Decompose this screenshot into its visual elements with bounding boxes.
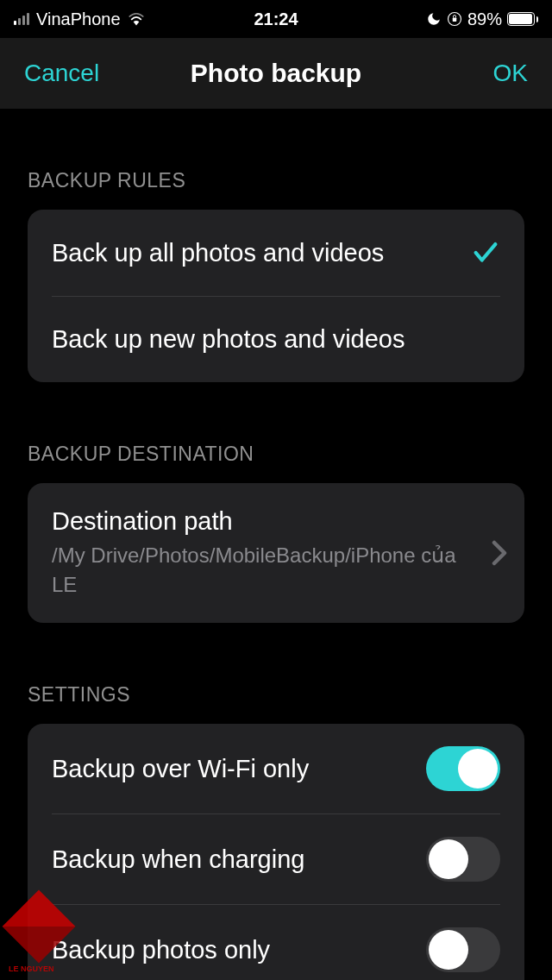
wifi-icon	[128, 12, 145, 26]
toggle-wifi-only[interactable]	[426, 746, 500, 791]
section-header-rules: BACKUP RULES	[28, 169, 524, 192]
setting-photos-only-label: Backup photos only	[52, 936, 270, 964]
check-icon	[471, 238, 500, 267]
ok-button[interactable]: OK	[493, 60, 528, 87]
setting-charging: Backup when charging	[52, 814, 500, 904]
battery-icon	[507, 12, 538, 26]
status-bar: VinaPhone 21:24 89%	[0, 0, 552, 38]
toggle-photos-only[interactable]	[426, 927, 500, 972]
destination-card: Destination path /My Drive/Photos/Mobile…	[28, 483, 524, 623]
rule-option-all-label: Back up all photos and videos	[52, 239, 384, 267]
settings-card: Backup over Wi-Fi only Backup when charg…	[28, 724, 524, 980]
carrier-label: VinaPhone	[36, 9, 121, 29]
nav-bar: Cancel Photo backup OK	[0, 38, 552, 109]
backup-rules-card: Back up all photos and videos Back up ne…	[28, 210, 524, 382]
rule-option-all[interactable]: Back up all photos and videos	[28, 210, 524, 296]
destination-title: Destination path	[52, 507, 233, 536]
battery-percent: 89%	[467, 9, 502, 29]
setting-wifi-only-label: Backup over Wi-Fi only	[52, 755, 309, 783]
rule-option-new[interactable]: Back up new photos and videos	[52, 296, 500, 382]
status-right: 89%	[426, 9, 538, 29]
setting-photos-only: Backup photos only	[52, 904, 500, 980]
setting-charging-label: Backup when charging	[52, 845, 304, 874]
cancel-button[interactable]: Cancel	[24, 60, 99, 87]
lock-rotation-icon	[447, 11, 462, 27]
rule-option-new-label: Back up new photos and videos	[52, 325, 405, 354]
page-title: Photo backup	[191, 59, 361, 88]
status-left: VinaPhone	[14, 9, 145, 29]
signal-icon	[14, 13, 29, 25]
toggle-charging[interactable]	[426, 837, 500, 882]
section-header-destination: BACKUP DESTINATION	[28, 443, 524, 466]
destination-path-row[interactable]: Destination path /My Drive/Photos/Mobile…	[28, 483, 524, 623]
chevron-right-icon	[492, 540, 507, 566]
clock: 21:24	[254, 9, 298, 29]
setting-wifi-only: Backup over Wi-Fi only	[28, 724, 524, 814]
moon-icon	[426, 11, 442, 27]
svg-rect-1	[453, 18, 457, 22]
destination-path: /My Drive/Photos/MobileBackup/iPhone của…	[52, 541, 500, 599]
section-header-settings: SETTINGS	[28, 683, 524, 707]
